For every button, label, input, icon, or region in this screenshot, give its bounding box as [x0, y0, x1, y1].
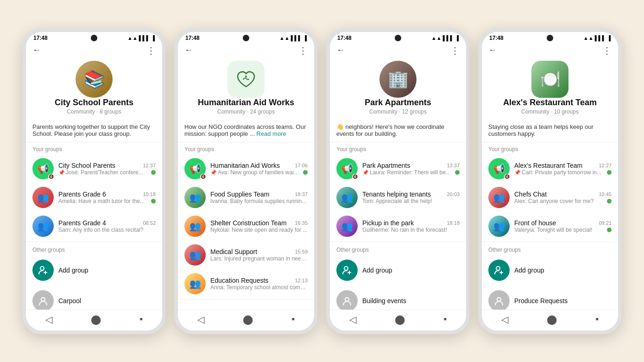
group-item[interactable]: 👥 Tenants helping tenants 20:03 Tom: App… — [330, 183, 466, 212]
add-group-icon — [32, 260, 54, 281]
nav-home-icon[interactable]: ⬤ — [395, 314, 405, 325]
back-button[interactable]: ← — [488, 45, 497, 55]
group-info: Medical Support 15:59 Lars: Injured preg… — [210, 248, 308, 262]
your-groups-label: Your groups — [482, 142, 618, 154]
phone-inner: 17:48 ▲▲ ▌▌▌ ▐ ← ⋮ 📚 City School Par — [26, 32, 162, 330]
your-groups-label: Your groups — [330, 142, 466, 154]
group-info: Alex's Restaurant Team 12:27 📌Carl: Priv… — [514, 162, 612, 176]
add-group-item[interactable]: Add group — [482, 255, 618, 286]
status-time: 17:48 — [185, 35, 200, 41]
status-bar: 17:48 ▲▲ ▌▌▌ ▐ — [26, 32, 162, 42]
nav-back-icon[interactable]: ◁ — [45, 314, 52, 325]
other-group-name: Add group — [362, 267, 392, 274]
nav-home-icon[interactable]: ⬤ — [91, 314, 101, 325]
more-options-button[interactable]: ⋮ — [298, 45, 308, 56]
group-item[interactable]: 👥 Medical Support 15:59 Lars: Injured pr… — [178, 241, 314, 269]
svg-point-2 — [245, 76, 247, 77]
add-group-icon — [336, 260, 358, 281]
community-description: How our NGO coordinates across teams. Ou… — [178, 120, 314, 142]
other-group-icon — [488, 290, 510, 310]
nav-back-icon[interactable]: ◁ — [349, 314, 356, 325]
group-item[interactable]: 👥 Pickup in the park 18:18 Guilherme: No… — [330, 212, 466, 241]
other-groups-label: Other groups — [330, 243, 466, 255]
battery-icon: ▐ — [151, 35, 155, 41]
group-preview: Alex: Can anyone cover for me? — [514, 198, 612, 204]
group-time: 15:59 — [295, 249, 308, 254]
group-time: 10:45 — [599, 191, 612, 197]
group-preview: Nykolai: New site open and ready for ... — [210, 227, 308, 233]
group-name: Parents Grade 6 — [58, 191, 106, 198]
community-name: City School Parents — [55, 98, 133, 108]
signal-icon: ▌▌▌ — [595, 35, 606, 41]
back-button[interactable]: ← — [184, 45, 193, 55]
divider — [330, 241, 466, 242]
other-group-name: Building events — [362, 297, 406, 305]
read-more-link[interactable]: Read more — [256, 130, 286, 137]
status-bar: 17:48 ▲▲ ▌▌▌ ▐ — [178, 32, 314, 42]
more-options-button[interactable]: ⋮ — [602, 45, 612, 56]
group-list: 📢 🔇 Humanitarian Aid Works 17:06 📌Ava: N… — [178, 154, 314, 310]
more-options-button[interactable]: ⋮ — [146, 45, 156, 56]
group-item[interactable]: 👥 Parents Grade 6 10:18 Amelia: Have a m… — [26, 183, 162, 212]
group-item[interactable]: 👥 Education Requests 12:13 Anna: Tempora… — [178, 269, 314, 298]
nav-home-icon[interactable]: ⬤ — [243, 314, 253, 325]
group-name: Tenants helping tenants — [362, 191, 431, 198]
nav-recents-icon[interactable]: ▪ — [443, 314, 447, 324]
phone-phone3: 17:48 ▲▲ ▌▌▌ ▐ ← ⋮ 🏢 Park Apartments — [326, 28, 470, 334]
nav-recents-icon[interactable]: ▪ — [139, 314, 143, 324]
group-preview: Amelia: Have a math tutor for the... — [58, 198, 156, 204]
group-item[interactable]: 👥 Parents Grade 4 08:52 Sam: Any info on… — [26, 212, 162, 241]
group-item[interactable]: 📢 🔇 Humanitarian Aid Works 17:06 📌Ava: N… — [178, 154, 314, 183]
nav-home-icon[interactable]: ⬤ — [547, 314, 557, 325]
wifi-icon: ▲▲ — [431, 35, 442, 41]
other-groups-label: Other groups — [26, 243, 162, 255]
group-info: Chefs Chat 10:45 Alex: Can anyone cover … — [514, 191, 612, 204]
group-preview: 📌José: Parent/Teacher confere... — [58, 169, 156, 176]
group-preview: 📌Carl: Private party tomorrow in... — [514, 169, 612, 176]
nav-recents-icon[interactable]: ▪ — [291, 314, 295, 324]
status-bar: 17:48 ▲▲ ▌▌▌ ▐ — [482, 32, 618, 42]
battery-icon: ▐ — [455, 35, 459, 41]
group-time: 12:27 — [599, 163, 612, 168]
add-group-item[interactable]: Add group — [330, 255, 466, 286]
group-item[interactable]: 📢 🔇 City School Parents 12:37 📌José: Par… — [26, 154, 162, 183]
group-list: 📢 🔇 Alex's Restaurant Team 12:27 📌Carl: … — [482, 154, 618, 310]
group-item[interactable]: 👥 Front of house 09:21 Valeryia: Tonight… — [482, 212, 618, 241]
status-time: 17:48 — [489, 35, 504, 41]
status-icons: ▲▲ ▌▌▌ ▐ — [583, 35, 611, 41]
other-group-item[interactable]: Carpool — [26, 286, 162, 310]
back-button[interactable]: ← — [336, 45, 345, 55]
group-item[interactable]: 📢 🔇 Alex's Restaurant Team 12:27 📌Carl: … — [482, 154, 618, 183]
nav-back-icon[interactable]: ◁ — [501, 314, 508, 325]
status-time: 17:48 — [337, 35, 352, 41]
group-item[interactable]: 👥 Chefs Chat 10:45 Alex: Can anyone cove… — [482, 183, 618, 212]
svg-point-4 — [345, 298, 349, 301]
group-item[interactable]: 👥 Shelter Construction Team 16:35 Nykola… — [178, 212, 314, 241]
other-group-name: Carpool — [58, 297, 81, 305]
group-list: 📢 🔇 Park Apartments 13:37 📌Laura: Remind… — [330, 154, 466, 310]
group-info: Parents Grade 6 10:18 Amelia: Have a mat… — [58, 191, 156, 204]
group-time: 13:37 — [447, 163, 460, 168]
status-time: 17:48 — [33, 35, 48, 41]
add-group-item[interactable]: Add group — [26, 255, 162, 286]
group-info: City School Parents 12:37 📌José: Parent/… — [58, 162, 156, 176]
nav-back-icon[interactable]: ◁ — [197, 314, 204, 325]
back-button[interactable]: ← — [32, 45, 41, 55]
nav-bar: ◁ ⬤ ▪ — [178, 310, 314, 330]
other-group-item[interactable]: Building events — [330, 286, 466, 310]
nav-recents-icon[interactable]: ▪ — [595, 314, 599, 324]
group-name: Education Requests — [210, 277, 268, 284]
your-groups-label: Your groups — [178, 142, 314, 154]
status-icons: ▲▲ ▌▌▌ ▐ — [127, 35, 155, 41]
other-group-item[interactable]: Produce Requests — [482, 286, 618, 310]
more-options-button[interactable]: ⋮ — [450, 45, 460, 56]
wifi-icon: ▲▲ — [583, 35, 593, 41]
group-time: 17:06 — [295, 163, 308, 168]
group-item[interactable]: 👥 Food Supplies Team 18:37 Ivanna: Baby … — [178, 183, 314, 212]
wifi-icon: ▲▲ — [279, 35, 290, 41]
group-item[interactable]: 📢 🔇 Park Apartments 13:37 📌Laura: Remind… — [330, 154, 466, 183]
nav-bar: ◁ ⬤ ▪ — [482, 310, 618, 330]
phone-phone1: 17:48 ▲▲ ▌▌▌ ▐ ← ⋮ 📚 City School Par — [22, 28, 166, 334]
status-icons: ▲▲ ▌▌▌ ▐ — [431, 35, 459, 41]
group-preview: Lars: Injured pregnant woman in need... — [210, 255, 308, 262]
